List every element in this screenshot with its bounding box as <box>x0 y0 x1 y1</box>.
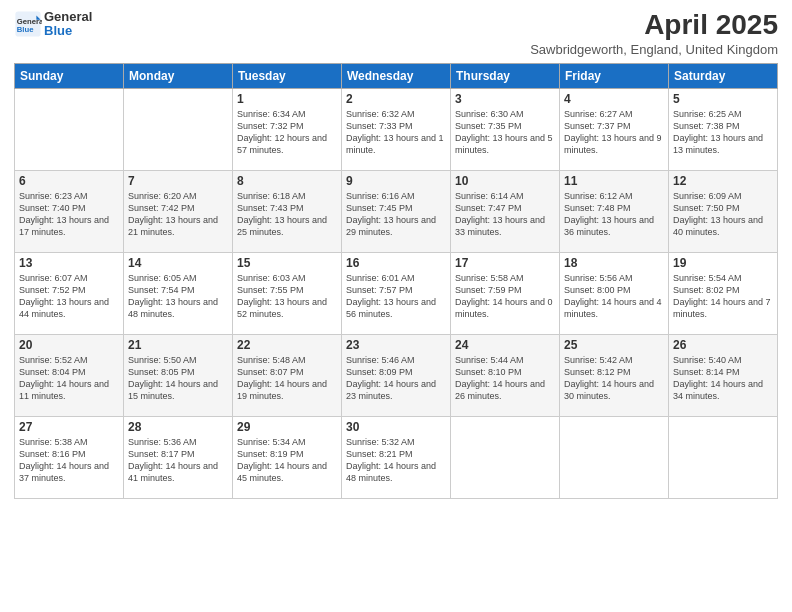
header: General Blue General Blue April 2025 Saw… <box>14 10 778 57</box>
calendar-header-row: Sunday Monday Tuesday Wednesday Thursday… <box>15 63 778 88</box>
day-number: 16 <box>346 256 446 270</box>
table-row: 23Sunrise: 5:46 AM Sunset: 8:09 PM Dayli… <box>342 334 451 416</box>
day-info: Sunrise: 6:32 AM Sunset: 7:33 PM Dayligh… <box>346 108 446 157</box>
table-row: 3Sunrise: 6:30 AM Sunset: 7:35 PM Daylig… <box>451 88 560 170</box>
table-row: 28Sunrise: 5:36 AM Sunset: 8:17 PM Dayli… <box>124 416 233 498</box>
table-row: 13Sunrise: 6:07 AM Sunset: 7:52 PM Dayli… <box>15 252 124 334</box>
table-row: 14Sunrise: 6:05 AM Sunset: 7:54 PM Dayli… <box>124 252 233 334</box>
day-info: Sunrise: 6:30 AM Sunset: 7:35 PM Dayligh… <box>455 108 555 157</box>
table-row: 5Sunrise: 6:25 AM Sunset: 7:38 PM Daylig… <box>669 88 778 170</box>
day-info: Sunrise: 6:25 AM Sunset: 7:38 PM Dayligh… <box>673 108 773 157</box>
calendar-week-row: 1Sunrise: 6:34 AM Sunset: 7:32 PM Daylig… <box>15 88 778 170</box>
day-number: 25 <box>564 338 664 352</box>
day-number: 27 <box>19 420 119 434</box>
calendar-week-row: 20Sunrise: 5:52 AM Sunset: 8:04 PM Dayli… <box>15 334 778 416</box>
calendar: Sunday Monday Tuesday Wednesday Thursday… <box>14 63 778 499</box>
col-thursday: Thursday <box>451 63 560 88</box>
day-number: 8 <box>237 174 337 188</box>
table-row: 24Sunrise: 5:44 AM Sunset: 8:10 PM Dayli… <box>451 334 560 416</box>
table-row: 18Sunrise: 5:56 AM Sunset: 8:00 PM Dayli… <box>560 252 669 334</box>
day-number: 12 <box>673 174 773 188</box>
table-row <box>451 416 560 498</box>
table-row: 8Sunrise: 6:18 AM Sunset: 7:43 PM Daylig… <box>233 170 342 252</box>
day-info: Sunrise: 5:48 AM Sunset: 8:07 PM Dayligh… <box>237 354 337 403</box>
day-info: Sunrise: 5:36 AM Sunset: 8:17 PM Dayligh… <box>128 436 228 485</box>
svg-text:Blue: Blue <box>17 26 34 35</box>
col-monday: Monday <box>124 63 233 88</box>
table-row: 1Sunrise: 6:34 AM Sunset: 7:32 PM Daylig… <box>233 88 342 170</box>
calendar-week-row: 27Sunrise: 5:38 AM Sunset: 8:16 PM Dayli… <box>15 416 778 498</box>
day-number: 1 <box>237 92 337 106</box>
day-info: Sunrise: 5:56 AM Sunset: 8:00 PM Dayligh… <box>564 272 664 321</box>
day-info: Sunrise: 6:18 AM Sunset: 7:43 PM Dayligh… <box>237 190 337 239</box>
table-row: 25Sunrise: 5:42 AM Sunset: 8:12 PM Dayli… <box>560 334 669 416</box>
col-sunday: Sunday <box>15 63 124 88</box>
day-info: Sunrise: 5:58 AM Sunset: 7:59 PM Dayligh… <box>455 272 555 321</box>
day-info: Sunrise: 5:38 AM Sunset: 8:16 PM Dayligh… <box>19 436 119 485</box>
day-info: Sunrise: 6:23 AM Sunset: 7:40 PM Dayligh… <box>19 190 119 239</box>
logo: General Blue General Blue <box>14 10 92 39</box>
day-info: Sunrise: 6:03 AM Sunset: 7:55 PM Dayligh… <box>237 272 337 321</box>
day-info: Sunrise: 5:40 AM Sunset: 8:14 PM Dayligh… <box>673 354 773 403</box>
table-row: 6Sunrise: 6:23 AM Sunset: 7:40 PM Daylig… <box>15 170 124 252</box>
table-row: 15Sunrise: 6:03 AM Sunset: 7:55 PM Dayli… <box>233 252 342 334</box>
day-number: 30 <box>346 420 446 434</box>
table-row: 19Sunrise: 5:54 AM Sunset: 8:02 PM Dayli… <box>669 252 778 334</box>
day-number: 21 <box>128 338 228 352</box>
day-info: Sunrise: 6:16 AM Sunset: 7:45 PM Dayligh… <box>346 190 446 239</box>
table-row: 2Sunrise: 6:32 AM Sunset: 7:33 PM Daylig… <box>342 88 451 170</box>
table-row: 22Sunrise: 5:48 AM Sunset: 8:07 PM Dayli… <box>233 334 342 416</box>
day-number: 23 <box>346 338 446 352</box>
day-number: 19 <box>673 256 773 270</box>
day-info: Sunrise: 6:27 AM Sunset: 7:37 PM Dayligh… <box>564 108 664 157</box>
day-number: 17 <box>455 256 555 270</box>
day-info: Sunrise: 6:20 AM Sunset: 7:42 PM Dayligh… <box>128 190 228 239</box>
table-row <box>15 88 124 170</box>
calendar-week-row: 13Sunrise: 6:07 AM Sunset: 7:52 PM Dayli… <box>15 252 778 334</box>
day-number: 5 <box>673 92 773 106</box>
table-row: 4Sunrise: 6:27 AM Sunset: 7:37 PM Daylig… <box>560 88 669 170</box>
day-number: 13 <box>19 256 119 270</box>
table-row: 30Sunrise: 5:32 AM Sunset: 8:21 PM Dayli… <box>342 416 451 498</box>
table-row: 27Sunrise: 5:38 AM Sunset: 8:16 PM Dayli… <box>15 416 124 498</box>
day-number: 6 <box>19 174 119 188</box>
table-row: 17Sunrise: 5:58 AM Sunset: 7:59 PM Dayli… <box>451 252 560 334</box>
calendar-week-row: 6Sunrise: 6:23 AM Sunset: 7:40 PM Daylig… <box>15 170 778 252</box>
day-info: Sunrise: 6:07 AM Sunset: 7:52 PM Dayligh… <box>19 272 119 321</box>
day-info: Sunrise: 6:01 AM Sunset: 7:57 PM Dayligh… <box>346 272 446 321</box>
day-number: 15 <box>237 256 337 270</box>
logo-line2: Blue <box>44 24 92 38</box>
col-friday: Friday <box>560 63 669 88</box>
main-title: April 2025 <box>530 10 778 41</box>
logo-line1: General <box>44 10 92 24</box>
day-number: 29 <box>237 420 337 434</box>
day-number: 26 <box>673 338 773 352</box>
day-number: 14 <box>128 256 228 270</box>
day-info: Sunrise: 6:05 AM Sunset: 7:54 PM Dayligh… <box>128 272 228 321</box>
logo-icon: General Blue <box>14 10 42 38</box>
table-row: 16Sunrise: 6:01 AM Sunset: 7:57 PM Dayli… <box>342 252 451 334</box>
table-row: 29Sunrise: 5:34 AM Sunset: 8:19 PM Dayli… <box>233 416 342 498</box>
day-info: Sunrise: 5:42 AM Sunset: 8:12 PM Dayligh… <box>564 354 664 403</box>
title-block: April 2025 Sawbridgeworth, England, Unit… <box>530 10 778 57</box>
page: General Blue General Blue April 2025 Saw… <box>0 0 792 612</box>
day-info: Sunrise: 5:34 AM Sunset: 8:19 PM Dayligh… <box>237 436 337 485</box>
subtitle: Sawbridgeworth, England, United Kingdom <box>530 42 778 57</box>
table-row: 21Sunrise: 5:50 AM Sunset: 8:05 PM Dayli… <box>124 334 233 416</box>
table-row: 7Sunrise: 6:20 AM Sunset: 7:42 PM Daylig… <box>124 170 233 252</box>
day-number: 28 <box>128 420 228 434</box>
day-info: Sunrise: 6:14 AM Sunset: 7:47 PM Dayligh… <box>455 190 555 239</box>
table-row: 26Sunrise: 5:40 AM Sunset: 8:14 PM Dayli… <box>669 334 778 416</box>
day-number: 18 <box>564 256 664 270</box>
day-info: Sunrise: 5:32 AM Sunset: 8:21 PM Dayligh… <box>346 436 446 485</box>
table-row <box>669 416 778 498</box>
day-number: 4 <box>564 92 664 106</box>
table-row: 12Sunrise: 6:09 AM Sunset: 7:50 PM Dayli… <box>669 170 778 252</box>
day-info: Sunrise: 5:54 AM Sunset: 8:02 PM Dayligh… <box>673 272 773 321</box>
day-number: 24 <box>455 338 555 352</box>
table-row: 20Sunrise: 5:52 AM Sunset: 8:04 PM Dayli… <box>15 334 124 416</box>
col-saturday: Saturday <box>669 63 778 88</box>
day-number: 22 <box>237 338 337 352</box>
day-info: Sunrise: 5:44 AM Sunset: 8:10 PM Dayligh… <box>455 354 555 403</box>
day-number: 2 <box>346 92 446 106</box>
